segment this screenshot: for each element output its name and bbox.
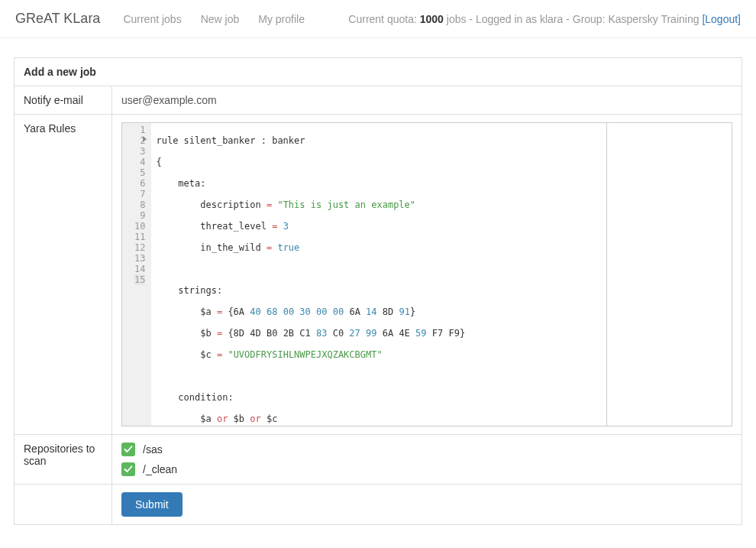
form-header: Add a new job: [15, 58, 742, 86]
code-editor[interactable]: 1 2 3 4 5 6 7 8 9 10 11 12 13 14: [121, 122, 732, 426]
nav-current-jobs[interactable]: Current jobs: [123, 13, 181, 25]
line-number: 1: [134, 125, 145, 135]
notify-email-cell: user@example.com: [112, 86, 742, 115]
main-container: Add a new job Notify e-mail user@example…: [0, 38, 756, 544]
code-gutter: 1 2 3 4 5 6 7 8 9 10 11 12 13 14: [122, 123, 151, 426]
nav-status: Current quota: 1000 jobs - Logged in as …: [348, 13, 741, 25]
submit-button[interactable]: Submit: [121, 492, 183, 517]
notify-email-value[interactable]: user@example.com: [121, 94, 217, 106]
submit-cell: Submit: [112, 485, 742, 525]
repo-item: /_clean: [121, 462, 732, 476]
line-number: 7: [134, 189, 145, 199]
yara-rules-label: Yara Rules: [15, 115, 112, 435]
line-number: 4: [134, 157, 145, 167]
repo-item: /sas: [121, 443, 732, 456]
repo-label-sas: /sas: [143, 443, 163, 456]
quota-value: 1000: [420, 13, 444, 25]
check-icon: [124, 445, 133, 454]
line-number: 10: [134, 221, 145, 232]
line-number: 9: [134, 210, 145, 221]
repos-label: Repositories to scan: [15, 435, 112, 485]
nav-links: Current jobs New job My profile: [123, 13, 305, 25]
repos-cell: /sas /_clean: [112, 435, 742, 485]
line-number: 8: [134, 199, 145, 210]
line-number: 12: [134, 242, 145, 253]
code-content[interactable]: rule silent_banker : banker { meta: desc…: [151, 123, 606, 426]
line-number-active: 15: [134, 274, 145, 285]
status-prefix: Current quota:: [348, 13, 419, 25]
check-icon: [124, 465, 133, 474]
line-number: 2: [134, 135, 145, 146]
navbar: GReAT KLara Current jobs New job My prof…: [0, 0, 756, 38]
line-number: 6: [134, 178, 145, 189]
line-number: 14: [134, 264, 145, 274]
notify-email-label: Notify e-mail: [15, 86, 112, 115]
job-form-table: Add a new job Notify e-mail user@example…: [14, 57, 742, 525]
nav-new-job[interactable]: New job: [201, 13, 240, 25]
fold-arrow-icon[interactable]: [143, 136, 147, 142]
repo-checkbox-clean[interactable]: [121, 462, 135, 476]
repo-checkbox-sas[interactable]: [121, 443, 135, 456]
submit-label-cell: [15, 485, 112, 525]
line-number: 11: [134, 232, 145, 242]
line-number: 3: [134, 146, 145, 157]
status-suffix: jobs - Logged in as klara - Group: Kaspe…: [444, 13, 703, 25]
brand-title: GReAT KLara: [15, 11, 100, 27]
line-number: 13: [134, 253, 145, 264]
repo-label-clean: /_clean: [143, 463, 177, 475]
logout-link[interactable]: [Logout]: [702, 13, 741, 25]
yara-rules-cell: 1 2 3 4 5 6 7 8 9 10 11 12 13 14: [112, 115, 742, 435]
nav-my-profile[interactable]: My profile: [258, 13, 305, 25]
editor-right-pane: [606, 123, 732, 426]
line-number: 5: [134, 167, 145, 178]
